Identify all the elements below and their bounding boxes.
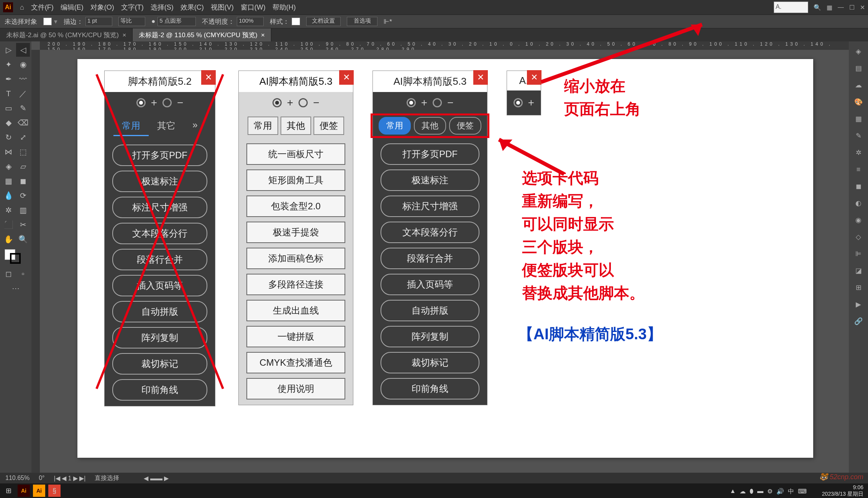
menu-object[interactable]: 对象(O) (90, 3, 114, 12)
panel53d-tab-other[interactable]: 其他 (414, 117, 446, 135)
eyedrop-tool-icon[interactable]: 💧 (2, 189, 15, 202)
perspective-tool-icon[interactable]: ▱ (16, 159, 30, 173)
pen-tool-icon[interactable]: ✒ (2, 72, 15, 86)
panel53d-btn-6[interactable]: 自动拼版 (381, 300, 479, 321)
tray-icon[interactable]: ▲ (730, 488, 736, 496)
shape-tool-icon[interactable]: ◈ (2, 159, 15, 173)
uniform-dd[interactable]: 等比 (118, 17, 145, 26)
taskbar-app-icon[interactable]: § (48, 485, 61, 497)
radio-on-icon[interactable] (272, 98, 282, 107)
brushes-icon[interactable]: ✎ (852, 129, 865, 143)
panel53l-btn-2[interactable]: 包装盒型2.0 (246, 196, 345, 217)
plus-icon[interactable]: + (287, 97, 293, 109)
panel52-btn-9[interactable]: 印前角线 (112, 379, 207, 401)
mini-panel-docked[interactable]: A. (774, 2, 808, 13)
eraser-tool-icon[interactable]: ⌫ (16, 116, 30, 130)
scrollbar-h[interactable]: ◀ ▬▬ ▶ (144, 475, 169, 482)
swatches-icon[interactable]: ▦ (852, 112, 865, 126)
start-icon[interactable]: ⊞ (2, 485, 15, 497)
panel53d-btn-3[interactable]: 文本段落分行 (381, 222, 479, 243)
prefs-button[interactable]: 首选项 (347, 17, 377, 26)
panel52-btn-7[interactable]: 阵列复制 (112, 327, 207, 348)
lasso-tool-icon[interactable]: ◉ (16, 58, 30, 71)
edit-toolbar-icon[interactable]: ⋯ (2, 281, 30, 295)
panel53l-btn-3[interactable]: 极速手提袋 (246, 222, 345, 243)
panel52-btn-6[interactable]: 自动拼版 (112, 301, 207, 322)
blend-tool-icon[interactable]: ⟳ (16, 189, 30, 202)
pathfinder-icon[interactable]: ◪ (852, 264, 865, 278)
panel53l-btn-6[interactable]: 生成出血线 (246, 300, 345, 321)
canvas[interactable]: 200 . 190 . 180 . 170 . 160 . 150 . 140 … (31, 41, 849, 473)
align-panel-icon[interactable]: ⊫ (852, 247, 865, 261)
minus-icon[interactable]: − (177, 97, 183, 109)
radio-off-icon[interactable] (433, 98, 442, 107)
panel53d-btn-7[interactable]: 阵列复制 (381, 326, 479, 347)
panel52-tab-common[interactable]: 常用 (113, 117, 149, 136)
panel52-btn-0[interactable]: 打开多页PDF (112, 145, 207, 166)
panel53d-btn-9[interactable]: 印前角线 (381, 378, 479, 399)
drawmode-icon[interactable]: ◻ (2, 267, 15, 281)
radio-off-icon[interactable] (299, 98, 308, 107)
actions-icon[interactable]: ▶ (852, 297, 865, 311)
menu-text[interactable]: 文字(T) (121, 3, 144, 12)
scale-tool-icon[interactable]: ⤢ (16, 130, 30, 144)
panel53d-btn-0[interactable]: 打开多页PDF (381, 143, 479, 165)
mini-close-button[interactable]: ✕ (527, 70, 541, 85)
selection-tool-icon[interactable]: ▷ (2, 43, 15, 57)
wand-tool-icon[interactable]: ✦ (2, 58, 15, 71)
brush-dd[interactable]: 5 点圆形 (158, 17, 196, 26)
panel52-btn-4[interactable]: 段落行合并 (112, 249, 207, 270)
panel53d-btn-1[interactable]: 极速标注 (381, 169, 479, 191)
tray-icon[interactable]: ⚙ (767, 488, 773, 496)
panel52-tab-more[interactable]: » (184, 117, 206, 136)
panel52-tab-other[interactable]: 其它 (149, 117, 184, 136)
search-icon[interactable]: 🔍 (814, 4, 821, 11)
panel52-btn-5[interactable]: 插入页码等 (112, 275, 207, 296)
panel52-btn-3[interactable]: 文本段落分行 (112, 223, 207, 244)
panel53l-btn-8[interactable]: CMYK查找潘通色 (246, 352, 345, 373)
radio-on-icon[interactable] (407, 98, 416, 107)
ime-icon[interactable]: 中 (788, 488, 794, 496)
doc-settings-button[interactable]: 文档设置 (306, 17, 341, 26)
symbol-tool-icon[interactable]: ✲ (2, 203, 15, 217)
appearance-icon[interactable]: ◉ (852, 213, 865, 227)
panel53d-btn-5[interactable]: 插入页码等 (381, 274, 479, 295)
maximize-icon[interactable]: ☐ (849, 4, 855, 11)
direct-select-tool-icon[interactable]: ◁ (16, 43, 30, 57)
panel53d-tab-common[interactable]: 常用 (379, 117, 411, 135)
links-icon[interactable]: 🔗 (852, 314, 865, 328)
panel53l-btn-5[interactable]: 多段路径连接 (246, 274, 345, 295)
zoom-tool-icon[interactable]: 🔍 (16, 232, 30, 246)
panel53l-tab-common[interactable]: 常用 (248, 117, 278, 135)
panel53l-tab-other[interactable]: 其他 (281, 117, 311, 135)
minus-icon[interactable]: − (447, 97, 453, 109)
panel53d-close-button[interactable]: ✕ (473, 70, 488, 85)
taskbar-ai2-icon[interactable]: Ai (33, 485, 45, 497)
radio-off-icon[interactable] (162, 98, 172, 107)
panel53d-btn-4[interactable]: 段落行合并 (381, 248, 479, 269)
slice-tool-icon[interactable]: ✂ (16, 218, 30, 232)
keyboard-icon[interactable]: ⌨ (798, 488, 807, 496)
home-icon[interactable]: ⌂ (20, 3, 24, 12)
panel53l-tab-notes[interactable]: 便签 (313, 117, 344, 135)
menu-select[interactable]: 选择(S) (151, 3, 174, 12)
clock[interactable]: 9:062023/8/13 星期日 (822, 484, 863, 497)
free-tool-icon[interactable]: ⬚ (16, 145, 30, 159)
panel52-btn-8[interactable]: 裁切标记 (112, 353, 207, 375)
layers-icon[interactable]: ▤ (852, 61, 865, 75)
brush-tool-icon[interactable]: ✎ (16, 101, 30, 115)
panel52-btn-1[interactable]: 极速标注 (112, 171, 207, 192)
plus-icon[interactable]: + (421, 97, 427, 109)
width-tool-icon[interactable]: ⋈ (2, 145, 15, 159)
minus-icon[interactable]: − (313, 97, 319, 109)
stroke-panel-icon[interactable]: ≡ (852, 163, 865, 176)
menu-effect[interactable]: 效果(C) (180, 3, 204, 12)
graph-tool-icon[interactable]: ▥ (16, 203, 30, 217)
panel53l-btn-4[interactable]: 添加画稿色标 (246, 248, 345, 269)
color-icon[interactable]: 🎨 (852, 95, 865, 109)
panel53l-btn-1[interactable]: 矩形圆角工具 (246, 169, 345, 191)
plus-icon[interactable]: + (151, 97, 157, 109)
line-tool-icon[interactable]: ／ (16, 87, 30, 100)
panel53d-btn-8[interactable]: 裁切标记 (381, 352, 479, 373)
tab-doc2[interactable]: 未标题-2 @ 110.65 % (CMYK/CPU 预览) × (133, 28, 271, 42)
